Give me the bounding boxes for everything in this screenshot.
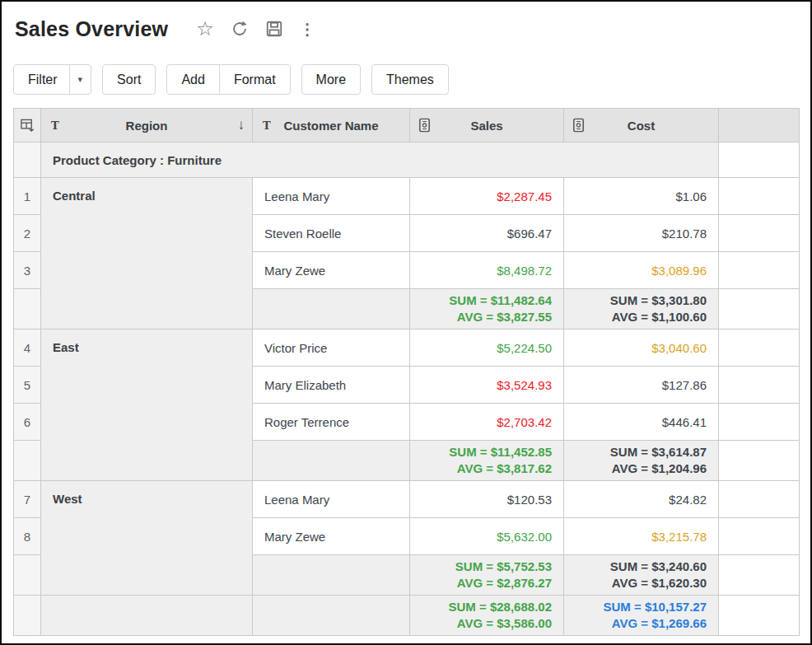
sum-line: SUM = $10,157.27 — [564, 599, 707, 615]
customer-cell[interactable]: Roger Terrence — [253, 404, 410, 441]
save-icon[interactable] — [265, 20, 283, 38]
sales-summary: SUM = $11,452.85 AVG = $3,817.62 — [410, 441, 564, 481]
cost-cell[interactable]: $210.78 — [564, 215, 719, 252]
cost-cell[interactable]: $3,089.96 — [564, 252, 719, 289]
add-button[interactable]: Add — [167, 65, 218, 94]
column-header-region[interactable]: T Region ↓ — [41, 109, 253, 143]
row-number: 3 — [14, 252, 41, 289]
row-number: 2 — [14, 215, 41, 252]
region-cell[interactable]: West — [41, 481, 253, 596]
cost-summary: SUM = $3,240.60 AVG = $1,620.30 — [564, 555, 719, 596]
add-format-group: Add Format — [166, 64, 290, 95]
grid-dropdown-icon — [20, 118, 35, 133]
cost-grand-total: SUM = $10,157.27 AVG = $1,269.66 — [564, 596, 719, 636]
refresh-icon[interactable] — [231, 20, 249, 38]
cost-cell[interactable]: $24.82 — [564, 481, 719, 518]
sum-line: SUM = $5,752.53 — [410, 559, 552, 575]
column-header-empty — [719, 109, 800, 143]
customer-cell[interactable]: Leena Mary — [253, 178, 410, 215]
customer-cell[interactable]: Mary Elizabeth — [253, 367, 410, 404]
avg-line: AVG = $2,876.27 — [410, 575, 552, 591]
title-actions: ☆ ⋮ — [196, 19, 315, 39]
sum-line: SUM = $28,688.02 — [410, 599, 552, 615]
table-header-row: T Region ↓ T Customer Name Sales Cost — [14, 109, 800, 143]
avg-line: AVG = $3,586.00 — [410, 615, 552, 632]
more-menu-icon[interactable]: ⋮ — [300, 20, 315, 39]
cost-summary: SUM = $3,614.87 AVG = $1,204.96 — [564, 441, 719, 481]
sales-cell[interactable]: $2,703.42 — [410, 404, 564, 441]
sales-cell[interactable]: $8,498.72 — [410, 252, 564, 289]
row-number: 4 — [14, 330, 41, 367]
table-corner-menu[interactable] — [14, 109, 41, 143]
sort-button[interactable]: Sort — [102, 64, 156, 95]
cost-cell[interactable]: $446.41 — [564, 404, 719, 441]
favorite-star-icon[interactable]: ☆ — [196, 19, 214, 39]
sum-line: SUM = $11,452.85 — [410, 444, 552, 460]
sum-line: SUM = $3,614.87 — [564, 444, 707, 460]
category-label: Product Category : Furniture — [41, 143, 719, 178]
sum-line: SUM = $3,240.60 — [564, 559, 707, 575]
sales-cell[interactable]: $120.53 — [410, 481, 564, 518]
table-row: 4 East Victor Price $5,224.50 $3,040.60 — [14, 330, 800, 367]
cost-cell[interactable]: $1.06 — [564, 178, 719, 215]
cost-cell[interactable]: $3,215.78 — [564, 518, 719, 555]
sales-cell[interactable]: $5,632.00 — [410, 518, 564, 555]
more-button[interactable]: More — [301, 64, 361, 95]
category-row: Product Category : Furniture — [14, 143, 800, 178]
customer-cell[interactable]: Leena Mary — [253, 481, 410, 518]
column-header-sales[interactable]: Sales — [410, 109, 564, 143]
table-row: 1 Central Leena Mary $2,287.45 $1.06 — [14, 178, 800, 215]
avg-line: AVG = $3,817.62 — [410, 460, 552, 477]
avg-line: AVG = $1,269.66 — [564, 615, 707, 632]
format-button[interactable]: Format — [220, 65, 290, 94]
row-number: 6 — [14, 404, 41, 441]
currency-type-icon — [573, 119, 584, 133]
customer-cell[interactable]: Steven Roelle — [253, 215, 410, 252]
region-cell[interactable]: Central — [41, 178, 253, 330]
cost-summary: SUM = $3,301.80 AVG = $1,100.60 — [564, 289, 719, 330]
avg-line: AVG = $1,204.96 — [564, 460, 707, 477]
row-number: 7 — [14, 481, 41, 518]
row-number: 1 — [14, 178, 41, 215]
column-header-customer[interactable]: T Customer Name — [253, 109, 410, 143]
table-row: 7 West Leena Mary $120.53 $24.82 — [14, 481, 800, 518]
cost-cell[interactable]: $127.86 — [564, 367, 719, 404]
sales-cell[interactable]: $2,287.45 — [410, 178, 564, 215]
sales-summary: SUM = $5,752.53 AVG = $2,876.27 — [410, 555, 564, 596]
text-type-icon: T — [51, 119, 59, 132]
sales-cell[interactable]: $5,224.50 — [410, 330, 564, 367]
column-label: Sales — [470, 119, 502, 133]
currency-type-icon — [419, 119, 430, 133]
row-number: 8 — [14, 518, 41, 555]
data-table: T Region ↓ T Customer Name Sales Cost — [13, 108, 800, 636]
avg-line: AVG = $1,100.60 — [564, 309, 707, 325]
column-label: Customer Name — [283, 119, 378, 133]
row-number: 5 — [14, 367, 41, 404]
toolbar: Filter ▾ Sort Add Format More Themes — [13, 64, 810, 95]
column-header-cost[interactable]: Cost — [564, 109, 719, 143]
avg-line: AVG = $1,620.30 — [564, 575, 707, 591]
column-label: Region — [126, 119, 168, 133]
column-label: Cost — [628, 119, 655, 133]
cost-cell[interactable]: $3,040.60 — [564, 330, 719, 367]
page-title: Sales Overview — [15, 17, 168, 41]
avg-line: AVG = $3,827.55 — [410, 309, 552, 325]
filter-button[interactable]: Filter ▾ — [13, 64, 91, 95]
sum-line: SUM = $11,482.64 — [410, 292, 552, 309]
text-type-icon: T — [263, 119, 271, 132]
grand-total-row: SUM = $28,688.02 AVG = $3,586.00 SUM = $… — [14, 596, 800, 636]
customer-cell[interactable]: Mary Zewe — [253, 252, 410, 289]
region-cell[interactable]: East — [41, 330, 253, 481]
titlebar: Sales Overview ☆ ⋮ — [15, 15, 810, 43]
sort-descending-icon: ↓ — [238, 117, 245, 133]
themes-button[interactable]: Themes — [371, 64, 449, 95]
customer-cell[interactable]: Victor Price — [253, 330, 410, 367]
sales-summary: SUM = $11,482.64 AVG = $3,827.55 — [410, 289, 564, 330]
filter-dropdown-caret[interactable]: ▾ — [70, 74, 91, 85]
sales-cell[interactable]: $696.47 — [410, 215, 564, 252]
customer-cell[interactable]: Mary Zewe — [253, 518, 410, 555]
sum-line: SUM = $3,301.80 — [564, 292, 707, 309]
sales-grand-total: SUM = $28,688.02 AVG = $3,586.00 — [410, 596, 564, 636]
sales-cell[interactable]: $3,524.93 — [410, 367, 564, 404]
